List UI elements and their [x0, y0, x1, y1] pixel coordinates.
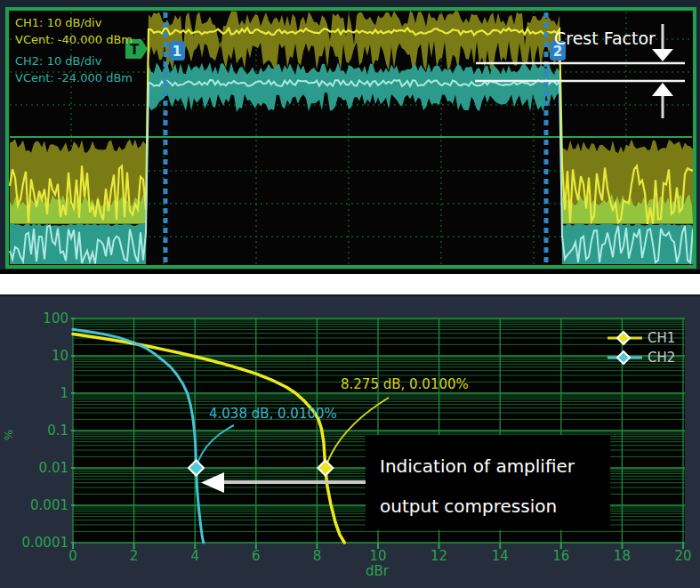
ch1-marker-value-label: 8.275 dB, 0.0100% [341, 376, 469, 392]
x-tick-label: 14 [492, 548, 509, 564]
ch1-setting-readout: CH1: 10 dB/div [15, 16, 102, 29]
ccdf-chart: 024681012141618201001010.10.010.0010.000… [0, 294, 700, 588]
y-tick-label: 0.001 [30, 497, 68, 513]
y-axis-label: % [2, 430, 15, 440]
crest-factor-label: Crest Factor [554, 28, 656, 48]
y-tick-label: 0.1 [47, 423, 68, 439]
ccdf-top-edge [0, 294, 700, 296]
panel-gap [0, 274, 700, 294]
y-tick-label: 10 [52, 348, 68, 364]
legend-ch1-label: CH1 [648, 330, 675, 346]
y-tick-label: 100 [43, 310, 68, 326]
x-tick-label: 12 [430, 548, 447, 564]
y-tick-label: 0.0001 [22, 535, 69, 551]
x-tick-label: 20 [674, 548, 691, 564]
y-tick-label: 1 [60, 385, 68, 401]
ch2-setting-readout: CH2: 10 dB/div [15, 54, 102, 68]
gate-1-badge-label: 1 [173, 44, 181, 60]
y-tick-label: 0.01 [39, 460, 68, 476]
signal-analyzer-screenshot: 12TCrest FactorCH1: 10 dB/divVCent: -40.… [0, 0, 700, 588]
x-tick-label: 4 [190, 548, 199, 564]
x-tick-label: 16 [552, 548, 569, 564]
x-tick-label: 18 [614, 548, 631, 564]
x-axis-label: dBr [366, 563, 390, 579]
scope-shadow [0, 270, 700, 274]
legend-ch2-label: CH2 [648, 350, 675, 366]
compression-callout-line2: output compression [380, 495, 557, 517]
compression-callout-line1: Indication of amplifier [380, 455, 575, 477]
ch1-vcenter-readout: VCent: -40.000 dBm [15, 33, 133, 46]
x-tick-label: 0 [68, 548, 77, 564]
ch2-marker-value-label: 4.038 dB, 0.0100% [209, 406, 337, 422]
power-vs-time-scope: 12TCrest FactorCH1: 10 dB/divVCent: -40.… [0, 0, 700, 274]
x-tick-label: 6 [252, 548, 261, 564]
ch2-vcenter-readout: VCent: -24.000 dBm [15, 71, 133, 85]
x-tick-label: 8 [313, 548, 322, 564]
x-tick-label: 10 [369, 548, 386, 564]
x-tick-label: 2 [130, 548, 139, 564]
